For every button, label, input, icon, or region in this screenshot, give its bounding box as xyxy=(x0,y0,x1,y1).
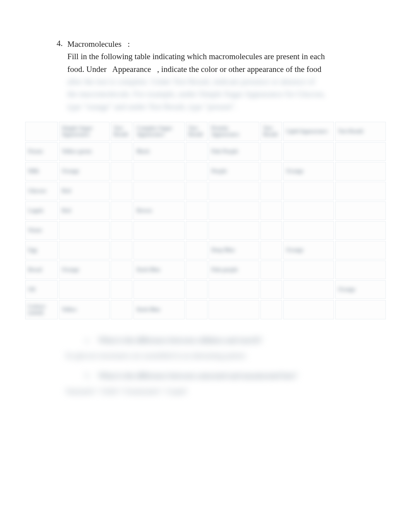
cell xyxy=(111,300,132,319)
cell xyxy=(186,182,207,200)
cell xyxy=(283,300,334,319)
cell xyxy=(111,201,132,220)
cell xyxy=(186,221,207,240)
cell xyxy=(111,142,132,161)
cell xyxy=(111,261,132,279)
header-blank xyxy=(25,122,58,141)
header-lipid-appearance: Lipid Appearance xyxy=(283,122,334,141)
cell xyxy=(134,280,184,299)
cell: Pale Purple xyxy=(209,142,259,161)
subquestion-a-letter: a. xyxy=(85,336,92,344)
question-instruction-line-2: food. Under Appearance , indicate the co… xyxy=(67,64,357,75)
table-row: Potato Yellow-green Black Pale Purple xyxy=(25,142,386,161)
question-heading-row: 4. Macromolecules : Fill in the followin… xyxy=(54,39,357,112)
cell: Deep Blue xyxy=(209,241,259,259)
cell xyxy=(111,182,132,200)
cell xyxy=(260,300,282,319)
cell: Pale purple xyxy=(209,261,259,279)
cell xyxy=(260,142,282,161)
cell xyxy=(186,142,207,161)
cell xyxy=(283,221,334,240)
table-row: Egg Deep Blue Orange xyxy=(25,241,386,259)
instr2-part-a: food. Under xyxy=(67,65,106,74)
cell xyxy=(283,142,334,161)
instr2-part-b: Appearance xyxy=(112,65,151,74)
cell xyxy=(186,162,207,181)
cell: Red xyxy=(59,201,110,220)
cell xyxy=(209,221,259,240)
cell xyxy=(335,300,386,319)
subquestion-a-answer: Its glucose monomers are assembled in an… xyxy=(66,351,365,360)
cell xyxy=(335,261,386,279)
question-title: Macromolecules xyxy=(67,39,122,49)
cell xyxy=(111,162,132,181)
subquestion-b-letter: b. xyxy=(85,372,92,380)
header-simple-sugar-appearance: Simple Sugar Appearance xyxy=(59,122,110,141)
subquestion-b: b. What is the difference between satura… xyxy=(46,372,365,380)
cell: Orange xyxy=(283,241,334,259)
macromolecule-table-wrapper: Simple Sugar Appearance Test Result Comp… xyxy=(23,121,388,321)
question-colon: : xyxy=(128,39,130,49)
table-body: Potato Yellow-green Black Pale Purple Mi… xyxy=(25,142,386,319)
subquestion-a: a. What is the difference between cellul… xyxy=(46,336,365,344)
table-row: Water xyxy=(25,221,386,240)
table-row: Glucose Red xyxy=(25,182,386,200)
row-label: Water xyxy=(25,221,58,240)
cell: Red xyxy=(59,182,110,200)
cell xyxy=(186,241,207,259)
table-row: Lugols Red Brown xyxy=(25,201,386,220)
header-test-result-3: Test Result xyxy=(260,122,282,141)
header-protein-appearance: Protein Appearance xyxy=(209,122,259,141)
cell xyxy=(134,162,184,181)
cell xyxy=(260,280,282,299)
cell xyxy=(283,280,334,299)
cell: Yellow-green xyxy=(59,142,110,161)
table-header-row: Simple Sugar Appearance Test Result Comp… xyxy=(25,122,386,141)
cell: Black xyxy=(134,142,184,161)
cell xyxy=(335,182,386,200)
cell: Orange xyxy=(59,261,110,279)
cell xyxy=(260,261,282,279)
cell xyxy=(260,221,282,240)
question-hidden-line-2: the macromolecule. For example, under Si… xyxy=(67,89,357,99)
header-test-result-4: Test Result xyxy=(335,122,386,141)
cell: Purple xyxy=(209,162,259,181)
table-row: Lettuce (salad) Yellow Dark Blue xyxy=(25,300,386,319)
row-label: Glucose xyxy=(25,182,58,200)
row-label: Oil xyxy=(25,280,58,299)
cell xyxy=(134,221,184,240)
instr2-part-c: , indicate the color or other appearance… xyxy=(157,65,321,74)
cell: Dark Blue xyxy=(134,261,184,279)
cell xyxy=(209,300,259,319)
cell xyxy=(335,221,386,240)
cell xyxy=(335,241,386,259)
cell xyxy=(209,182,259,200)
table-row: Bread Orange Dark Blue Pale purple xyxy=(25,261,386,279)
macromolecule-table: Simple Sugar Appearance Test Result Comp… xyxy=(24,121,387,321)
cell xyxy=(186,280,207,299)
question-hidden-line-3: type "orange" and under Test Result, typ… xyxy=(67,101,357,112)
cell xyxy=(260,182,282,200)
cell: Orange xyxy=(59,162,110,181)
cell xyxy=(134,241,184,259)
cell xyxy=(111,241,132,259)
cell xyxy=(335,201,386,220)
subquestions-block: a. What is the difference between cellul… xyxy=(23,336,388,396)
header-complex-sugar-appearance: Complex Sugar Appearance xyxy=(134,122,184,141)
question-instruction-line-1: Fill in the following table indicating w… xyxy=(67,51,357,62)
cell xyxy=(186,201,207,220)
cell xyxy=(134,182,184,200)
question-body: Macromolecules : Fill in the following t… xyxy=(67,39,357,112)
row-label: Lugols xyxy=(25,201,58,220)
cell xyxy=(209,201,259,220)
cell xyxy=(260,241,282,259)
cell xyxy=(59,280,110,299)
table-header: Simple Sugar Appearance Test Result Comp… xyxy=(25,122,386,141)
question-4-block: 4. Macromolecules : Fill in the followin… xyxy=(23,39,388,112)
cell xyxy=(260,162,282,181)
cell xyxy=(283,201,334,220)
row-label: Potato xyxy=(25,142,58,161)
cell xyxy=(186,261,207,279)
row-label: Lettuce (salad) xyxy=(25,300,58,319)
table-row: Oil Orange xyxy=(25,280,386,299)
